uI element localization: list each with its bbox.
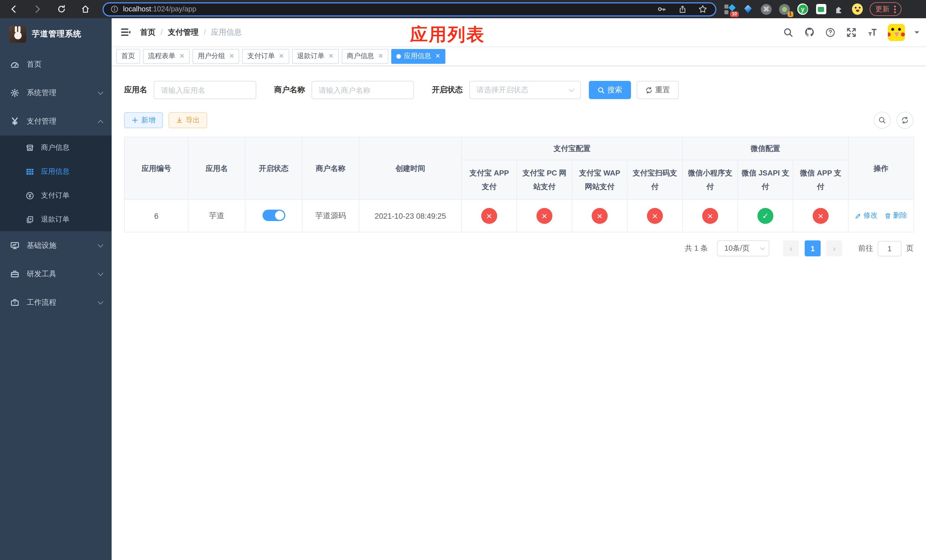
yen-icon — [10, 117, 20, 126]
sidebar-logo[interactable]: 芋道管理系统 — [0, 18, 112, 50]
refresh-icon — [645, 86, 652, 94]
status-select[interactable]: 请选择开启状态 — [469, 81, 581, 99]
avatar-caret-icon[interactable] — [915, 31, 919, 36]
font-size-icon[interactable] — [867, 26, 878, 38]
alipay-app-status-icon — [481, 208, 497, 224]
edit-button[interactable]: 修改 — [855, 211, 878, 221]
col-alipay-pc: 支付宝 PC 网站支付 — [517, 160, 572, 200]
add-button[interactable]: 新增 — [124, 112, 163, 128]
extension-badge: 10 — [730, 11, 738, 17]
page-content: 应用名 商户名称 开启状态 请选择开启状态 搜索 — [112, 66, 926, 560]
tab-close-icon[interactable]: ✕ — [328, 53, 333, 59]
cell-status — [245, 200, 302, 232]
tab-process-form[interactable]: 流程表单✕ — [143, 49, 190, 64]
delete-button[interactable]: 删除 — [884, 211, 907, 221]
trash-icon — [884, 212, 891, 219]
page-size-select[interactable]: 10条/页 — [717, 241, 769, 256]
sidebar-item-payment[interactable]: 支付管理 — [0, 107, 112, 136]
tab-label: 退款订单 — [297, 51, 324, 61]
tab-app-info[interactable]: 应用信息✕ — [391, 49, 445, 64]
sidebar-item-refund-orders[interactable]: 退款订单 — [0, 207, 112, 231]
user-avatar[interactable] — [888, 24, 905, 41]
tags-view: 首页 流程表单✕ 用户分组✕ 支付订单✕ 退款订单✕ 商户信息✕ 应用信息✕ — [112, 47, 926, 66]
help-icon[interactable] — [825, 26, 836, 38]
breadcrumb-payment[interactable]: 支付管理 — [168, 27, 199, 37]
col-ops: 操作 — [848, 137, 914, 200]
next-page-button[interactable]: › — [826, 241, 842, 256]
tab-label: 流程表单 — [148, 51, 176, 61]
logo-avatar — [9, 26, 26, 43]
refresh-table-button[interactable] — [896, 112, 914, 129]
browser-reload-button[interactable] — [54, 2, 68, 16]
tab-user-group[interactable]: 用户分组✕ — [192, 49, 239, 64]
github-icon[interactable] — [803, 26, 815, 38]
cell-created: 2021-10-23 08:49:25 — [359, 200, 461, 232]
arrow-right-icon — [33, 5, 42, 14]
extension-kite-icon[interactable] — [743, 4, 754, 15]
extension-command-icon[interactable]: ⌘ — [761, 4, 772, 15]
navbar-actions — [782, 24, 919, 41]
extension-y-icon[interactable]: y — [797, 4, 808, 15]
sidebar-item-workflow[interactable]: 工作流程 — [0, 288, 112, 317]
tab-close-icon[interactable]: ✕ — [378, 53, 383, 59]
merchant-name-input[interactable] — [311, 81, 414, 99]
briefcase-icon — [10, 298, 20, 307]
tab-merchant-info[interactable]: 商户信息✕ — [342, 49, 388, 64]
sidebar-item-label: 研发工具 — [27, 269, 91, 279]
browser-home-button[interactable] — [79, 2, 92, 16]
browser-forward-button[interactable] — [31, 2, 44, 16]
sidebar-item-payment-orders[interactable]: 支付订单 — [0, 183, 112, 207]
documents-icon — [25, 215, 34, 224]
sidebar-item-label: 支付管理 — [27, 116, 91, 127]
password-key-icon[interactable] — [656, 3, 667, 15]
browser-profile-avatar[interactable] — [852, 4, 863, 15]
app-name-input[interactable] — [153, 81, 256, 99]
tab-home[interactable]: 首页 — [116, 49, 140, 64]
sidebar-collapse-icon[interactable] — [120, 26, 131, 38]
show-search-button[interactable] — [874, 112, 891, 129]
fullscreen-icon[interactable] — [846, 26, 857, 38]
sidebar-item-infrastructure[interactable]: 基础设施 — [0, 231, 112, 260]
extension-grid-icon[interactable]: 10 — [725, 4, 735, 15]
col-merchant: 商户名称 — [302, 137, 359, 200]
browser-update-menu[interactable]: 更新 — [870, 2, 902, 16]
browser-back-button[interactable] — [7, 2, 21, 16]
breadcrumb-home[interactable]: 首页 — [140, 27, 156, 37]
url-path: :1024/pay/app — [151, 5, 197, 13]
tab-close-icon[interactable]: ✕ — [229, 53, 234, 59]
page-number-button[interactable]: 1 — [805, 241, 821, 256]
extensions-puzzle-icon[interactable] — [834, 4, 844, 15]
sidebar-item-home[interactable]: 首页 — [0, 50, 112, 79]
app-title: 芋道管理系统 — [32, 29, 82, 39]
kebab-menu-icon[interactable] — [894, 5, 896, 13]
tab-close-icon[interactable]: ✕ — [179, 53, 185, 59]
tab-label: 应用信息 — [404, 51, 431, 61]
tab-payment-orders[interactable]: 支付订单✕ — [242, 49, 289, 64]
url-bar[interactable]: localhost:1024/pay/app — [103, 2, 716, 16]
search-button[interactable]: 搜索 — [589, 81, 631, 99]
tab-close-icon[interactable]: ✕ — [435, 53, 440, 59]
status-toggle[interactable] — [262, 209, 285, 221]
extension-chat-icon[interactable] — [816, 4, 826, 15]
wechat-app-status-icon — [813, 208, 829, 224]
export-button[interactable]: 导出 — [169, 112, 207, 128]
share-icon[interactable] — [676, 3, 688, 15]
goto-page-input[interactable] — [878, 241, 902, 256]
bookmark-star-icon[interactable] — [697, 3, 708, 15]
extension-recorder-icon[interactable]: 1 — [779, 4, 790, 15]
cell-merchant: 芋道源码 — [302, 200, 359, 232]
breadcrumb-separator: / — [160, 28, 163, 36]
tab-close-icon[interactable]: ✕ — [279, 53, 284, 59]
status-label: 开启状态 — [432, 85, 463, 95]
sidebar-item-system[interactable]: 系统管理 — [0, 79, 112, 107]
prev-page-button[interactable]: ‹ — [783, 241, 799, 256]
reset-button[interactable]: 重置 — [636, 81, 679, 99]
tab-refund-orders[interactable]: 退款订单✕ — [292, 49, 339, 64]
sidebar-item-app-info[interactable]: 应用信息 — [0, 159, 112, 183]
sidebar-item-merchant-info[interactable]: 商户信息 — [0, 136, 112, 159]
alipay-qr-status-icon — [647, 208, 663, 224]
sidebar-item-dev-tools[interactable]: 研发工具 — [0, 260, 112, 288]
arrow-left-icon — [9, 5, 18, 14]
search-icon[interactable] — [782, 26, 794, 38]
wechat-mini-status-icon — [702, 208, 718, 224]
